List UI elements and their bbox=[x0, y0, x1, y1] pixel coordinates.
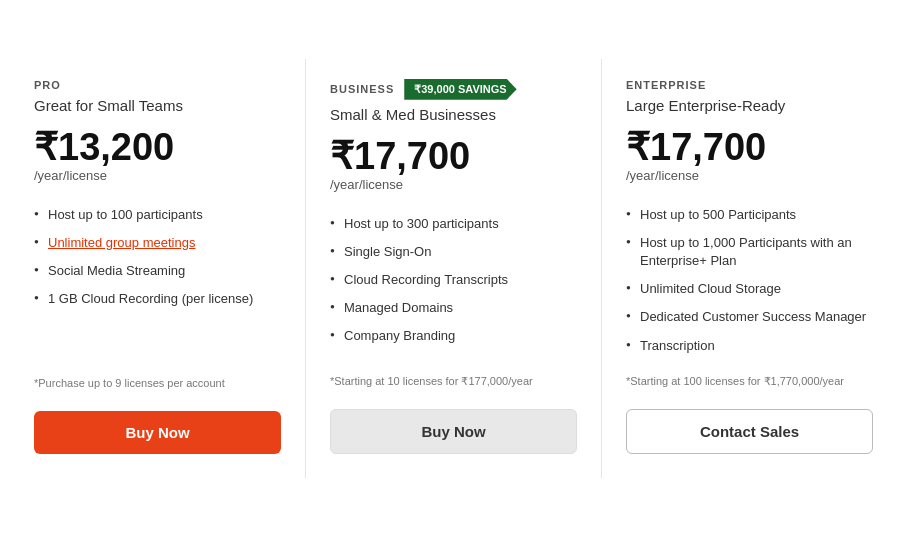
feature-item-enterprise-4: Transcription bbox=[626, 332, 873, 360]
feature-item-business-1: Single Sign-On bbox=[330, 238, 577, 266]
features-list-pro: Host up to 100 participantsUnlimited gro… bbox=[34, 201, 281, 362]
plan-cta-pro[interactable]: Buy Now bbox=[34, 411, 281, 454]
plan-header-business: BUSINESS₹39,000 SAVINGS bbox=[330, 79, 577, 100]
savings-badge-business: ₹39,000 SAVINGS bbox=[404, 79, 516, 100]
plan-label-business: BUSINESS bbox=[330, 83, 394, 95]
plan-label-enterprise: ENTERPRISE bbox=[626, 79, 706, 91]
plan-card-pro: PROGreat for Small Teams₹13,200/year/lic… bbox=[10, 59, 306, 479]
plan-period-enterprise: /year/license bbox=[626, 168, 873, 183]
plan-cta-business[interactable]: Buy Now bbox=[330, 409, 577, 454]
plan-cta-enterprise[interactable]: Contact Sales bbox=[626, 409, 873, 454]
feature-item-pro-2: Social Media Streaming bbox=[34, 257, 281, 285]
feature-item-enterprise-3: Dedicated Customer Success Manager bbox=[626, 303, 873, 331]
feature-item-business-0: Host up to 300 participants bbox=[330, 210, 577, 238]
plan-period-pro: /year/license bbox=[34, 168, 281, 183]
pricing-container: PROGreat for Small Teams₹13,200/year/lic… bbox=[0, 39, 907, 499]
plan-price-business: ₹17,700 bbox=[330, 137, 577, 175]
plan-note-enterprise: *Starting at 100 licenses for ₹1,770,000… bbox=[626, 374, 873, 389]
plan-tagline-enterprise: Large Enterprise-Ready bbox=[626, 97, 873, 114]
feature-item-business-3: Managed Domains bbox=[330, 294, 577, 322]
plan-price-enterprise: ₹17,700 bbox=[626, 128, 873, 166]
feature-item-enterprise-0: Host up to 500 Participants bbox=[626, 201, 873, 229]
feature-item-enterprise-1: Host up to 1,000 Participants with an En… bbox=[626, 229, 873, 275]
plan-note-pro: *Purchase up to 9 licenses per account bbox=[34, 376, 281, 391]
feature-item-enterprise-2: Unlimited Cloud Storage bbox=[626, 275, 873, 303]
feature-item-business-2: Cloud Recording Transcripts bbox=[330, 266, 577, 294]
plan-note-business: *Starting at 10 licenses for ₹177,000/ye… bbox=[330, 374, 577, 389]
plan-price-pro: ₹13,200 bbox=[34, 128, 281, 166]
feature-link-pro-1[interactable]: Unlimited group meetings bbox=[48, 235, 195, 250]
feature-item-pro-3: 1 GB Cloud Recording (per license) bbox=[34, 285, 281, 313]
plan-tagline-pro: Great for Small Teams bbox=[34, 97, 281, 114]
plan-period-business: /year/license bbox=[330, 177, 577, 192]
feature-item-pro-0: Host up to 100 participants bbox=[34, 201, 281, 229]
features-list-enterprise: Host up to 500 ParticipantsHost up to 1,… bbox=[626, 201, 873, 360]
plan-header-pro: PRO bbox=[34, 79, 281, 91]
feature-item-pro-1: Unlimited group meetings bbox=[34, 229, 281, 257]
feature-item-business-4: Company Branding bbox=[330, 322, 577, 350]
plan-label-pro: PRO bbox=[34, 79, 61, 91]
plan-card-business: BUSINESS₹39,000 SAVINGSSmall & Med Busin… bbox=[306, 59, 602, 479]
plan-tagline-business: Small & Med Businesses bbox=[330, 106, 577, 123]
features-list-business: Host up to 300 participantsSingle Sign-O… bbox=[330, 210, 577, 360]
plan-card-enterprise: ENTERPRISELarge Enterprise-Ready₹17,700/… bbox=[602, 59, 897, 479]
plan-header-enterprise: ENTERPRISE bbox=[626, 79, 873, 91]
